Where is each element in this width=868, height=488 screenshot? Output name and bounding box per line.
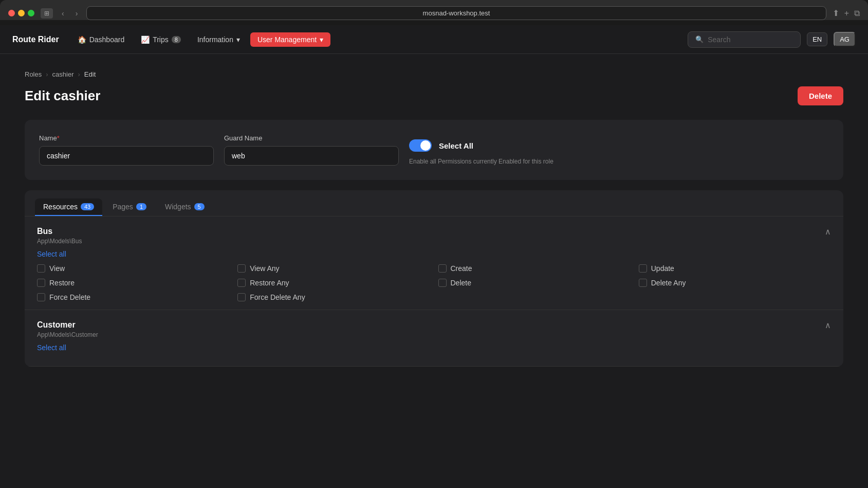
perm-bus-view[interactable]: View <box>37 264 229 273</box>
name-field-group: Name* <box>39 134 214 166</box>
window-button[interactable]: ⧉ <box>854 9 860 18</box>
toggle-thumb <box>420 140 431 151</box>
tabs-container: Resources 43 Pages 1 Widgets 5 Bus <box>25 190 843 367</box>
new-tab-button[interactable]: + <box>844 9 849 18</box>
page-title: Edit cashier <box>25 88 100 104</box>
required-star: * <box>57 134 60 142</box>
perm-bus-delete-any-checkbox[interactable] <box>639 279 647 287</box>
perm-bus-restore-any-checkbox[interactable] <box>237 279 246 287</box>
guard-name-input[interactable] <box>224 146 399 166</box>
breadcrumb: Roles › cashier › Edit <box>25 70 843 78</box>
form-row: Name* Guard Name Select All Enable a <box>39 134 829 166</box>
navbar: Route Rider 🏠 Dashboard 📈 Trips 8 Inform… <box>0 25 868 54</box>
page-header: Edit cashier Delete <box>25 86 843 105</box>
nav-item-dashboard[interactable]: 🏠 Dashboard <box>71 32 131 47</box>
nav-item-trips[interactable]: 📈 Trips 8 <box>135 32 187 47</box>
perm-bus-create[interactable]: Create <box>438 264 631 273</box>
perm-bus-view-any-checkbox[interactable] <box>237 264 246 273</box>
perm-section-customer-body: Select all <box>25 344 843 366</box>
perm-bus-force-delete-any-checkbox[interactable] <box>237 293 246 301</box>
breadcrumb-cashier[interactable]: cashier <box>52 70 74 78</box>
perm-bus-force-delete-any[interactable]: Force Delete Any <box>237 293 430 301</box>
main-content: Roles › cashier › Edit Edit cashier Dele… <box>0 54 868 383</box>
search-box[interactable]: 🔍 Search <box>688 31 801 48</box>
perm-bus-force-delete[interactable]: Force Delete <box>37 293 229 301</box>
select-all-group: Select All Enable all Permissions curren… <box>409 134 829 165</box>
nav-item-user-management[interactable]: User Management ▾ <box>250 32 330 47</box>
sidebar-toggle-button[interactable]: ⊞ <box>41 8 53 19</box>
traffic-lights <box>8 10 34 16</box>
breadcrumb-sep-1: › <box>46 70 48 78</box>
brand-logo: Route Rider <box>12 35 59 44</box>
tab-pages[interactable]: Pages 1 <box>104 198 155 216</box>
breadcrumb-edit: Edit <box>84 70 96 78</box>
perm-bus-delete-any[interactable]: Delete Any <box>639 279 831 287</box>
traffic-light-green[interactable] <box>28 10 34 16</box>
avatar-button[interactable]: AG <box>834 32 856 47</box>
bus-select-all-link[interactable]: Select all <box>37 250 831 258</box>
traffic-light-yellow[interactable] <box>18 10 25 16</box>
customer-select-all-link[interactable]: Select all <box>37 344 831 352</box>
home-icon: 🏠 <box>78 35 86 44</box>
select-all-desc: Enable all Permissions currently Enabled… <box>409 158 829 165</box>
perm-bus-delete-checkbox[interactable] <box>438 279 447 287</box>
perm-bus-restore[interactable]: Restore <box>37 279 229 287</box>
perm-section-customer-header[interactable]: Customer App\Models\Customer ∧ <box>25 310 843 344</box>
perm-bus-update-checkbox[interactable] <box>639 264 647 273</box>
perm-bus-view-any[interactable]: View Any <box>237 264 430 273</box>
perm-section-bus-body: Select all View View Any <box>25 250 843 310</box>
breadcrumb-roles[interactable]: Roles <box>25 70 42 78</box>
chevron-up-icon-2[interactable]: ∧ <box>825 320 831 330</box>
chevron-up-icon[interactable]: ∧ <box>825 227 831 237</box>
breadcrumb-sep-2: › <box>78 70 80 78</box>
language-button[interactable]: EN <box>807 32 827 46</box>
nav-item-information[interactable]: Information ▾ <box>191 32 246 47</box>
form-card: Name* Guard Name Select All Enable a <box>25 120 843 180</box>
chevron-down-icon: ▾ <box>320 35 323 44</box>
tabs-header: Resources 43 Pages 1 Widgets 5 <box>25 190 843 216</box>
perm-section-bus-model: App\Models\Bus <box>37 238 82 245</box>
perm-bus-create-checkbox[interactable] <box>438 264 447 273</box>
perm-section-customer-info: Customer App\Models\Customer <box>37 320 98 338</box>
tab-resources[interactable]: Resources 43 <box>35 198 102 216</box>
perm-section-customer-title: Customer <box>37 320 98 330</box>
perm-bus-force-delete-checkbox[interactable] <box>37 293 45 301</box>
traffic-light-red[interactable] <box>8 10 15 16</box>
perm-bus-update[interactable]: Update <box>639 264 831 273</box>
permissions-content: Bus App\Models\Bus ∧ Select all View <box>25 216 843 367</box>
forward-button[interactable]: › <box>73 8 81 19</box>
perm-section-bus-header[interactable]: Bus App\Models\Bus ∧ <box>25 216 843 250</box>
select-all-toggle[interactable] <box>409 139 432 152</box>
toggle-group: Select All <box>409 136 829 152</box>
nav-right: 🔍 Search EN AG <box>688 31 856 48</box>
nav-items: 🏠 Dashboard 📈 Trips 8 Information ▾ User… <box>71 32 675 47</box>
trips-icon: 📈 <box>141 35 150 44</box>
search-icon: 🔍 <box>695 35 704 43</box>
perm-bus-restore-checkbox[interactable] <box>37 279 45 287</box>
delete-button[interactable]: Delete <box>798 86 843 105</box>
perm-bus-restore-any[interactable]: Restore Any <box>237 279 430 287</box>
perm-section-bus-title: Bus <box>37 227 82 236</box>
guard-name-field-group: Guard Name <box>224 134 399 166</box>
name-label: Name* <box>39 134 214 142</box>
share-button[interactable]: ⬆ <box>833 8 839 18</box>
perm-bus-delete[interactable]: Delete <box>438 279 631 287</box>
perm-section-bus: Bus App\Models\Bus ∧ Select all View <box>25 216 843 310</box>
address-bar[interactable]: mosnad-workshop.test <box>86 6 826 20</box>
back-button[interactable]: ‹ <box>59 8 67 19</box>
bus-perms-grid: View View Any Create <box>37 264 831 301</box>
perm-section-customer-model: App\Models\Customer <box>37 331 98 338</box>
guard-name-label: Guard Name <box>224 134 399 142</box>
tab-widgets[interactable]: Widgets 5 <box>157 198 213 216</box>
perm-section-bus-info: Bus App\Models\Bus <box>37 227 82 245</box>
chevron-down-icon: ▾ <box>236 35 240 44</box>
perm-bus-view-checkbox[interactable] <box>37 264 45 273</box>
select-all-label: Select All <box>439 141 473 150</box>
perm-section-customer: Customer App\Models\Customer ∧ Select al… <box>25 310 843 367</box>
name-input[interactable] <box>39 146 214 166</box>
